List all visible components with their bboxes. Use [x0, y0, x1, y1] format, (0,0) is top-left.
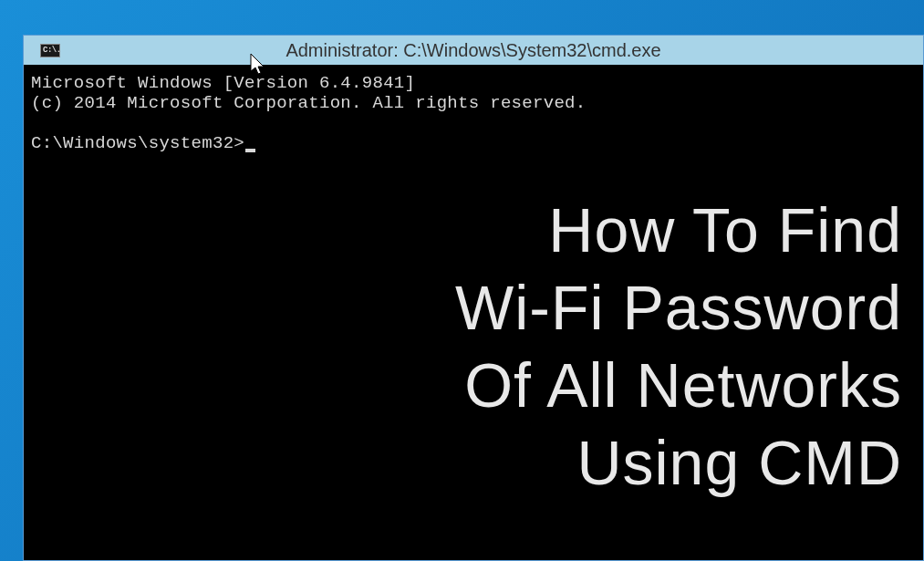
terminal-prompt-line: C:\Windows\system32> [31, 134, 916, 154]
cmd-icon-label: C:\. [43, 46, 61, 55]
headline-line-1: How To Find [455, 192, 902, 269]
terminal-prompt: C:\Windows\system32> [31, 134, 244, 154]
window-title: Administrator: C:\Windows\System32\cmd.e… [286, 40, 660, 61]
headline-overlay: How To Find Wi-Fi Password Of All Networ… [455, 192, 902, 502]
headline-line-2: Wi-Fi Password [455, 269, 902, 347]
terminal-area[interactable]: Microsoft Windows [Version 6.4.9841] (c)… [24, 65, 923, 163]
mouse-cursor-icon [250, 53, 266, 80]
window-titlebar[interactable]: C:\. Administrator: C:\Windows\System32\… [24, 36, 923, 65]
cmd-icon: C:\. [40, 44, 60, 57]
terminal-version-line: Microsoft Windows [Version 6.4.9841] [31, 74, 916, 94]
terminal-copyright-line: (c) 2014 Microsoft Corporation. All righ… [31, 94, 916, 114]
terminal-cursor [245, 149, 255, 152]
headline-line-4: Using CMD [455, 424, 902, 502]
headline-line-3: Of All Networks [455, 347, 902, 424]
